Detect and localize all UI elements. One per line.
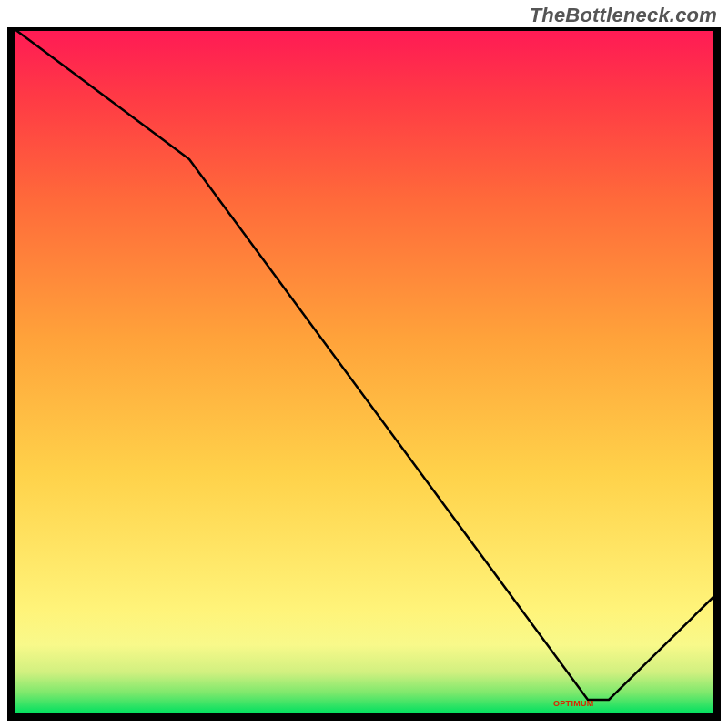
chart-container: TheBottleneck.com bbox=[0, 0, 728, 728]
chart-svg: OPTIMUM bbox=[7, 27, 721, 721]
watermark-text: TheBottleneck.com bbox=[530, 4, 717, 27]
gradient-background bbox=[15, 29, 713, 713]
optimum-marker-label: OPTIMUM bbox=[553, 699, 594, 708]
chart-frame: OPTIMUM bbox=[7, 27, 721, 721]
